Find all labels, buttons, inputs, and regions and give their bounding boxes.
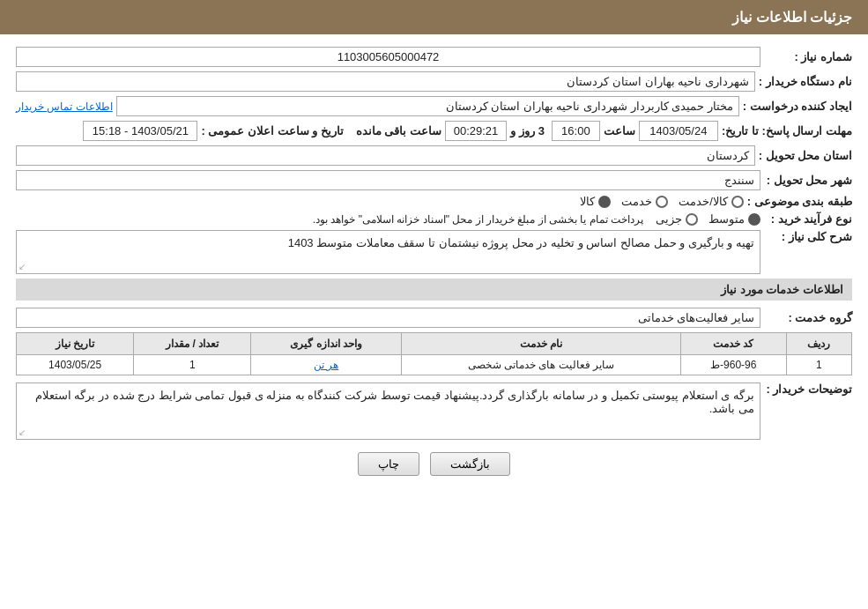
cell-vahed[interactable]: هر تن [251, 355, 402, 375]
col-nam: نام خدمت [401, 333, 680, 355]
shomare-niaz-value: 1103005605000472 [16, 47, 760, 67]
grooh-label: گروه خدمت : [764, 311, 852, 324]
radio-kala-khedmat-item: کالا/خدمت [679, 195, 744, 208]
col-tedad: تعداد / مقدار [134, 333, 251, 355]
radio-kala-item: کالا [580, 195, 611, 208]
mohlat-date: 1403/05/24 [639, 121, 718, 141]
info-section-title: اطلاعات خدمات مورد نیاز [16, 279, 852, 301]
col-kod: کد خدمت [680, 333, 786, 355]
row-grooh: گروه خدمت : سایر فعالیت‌های خدماتی [16, 308, 852, 328]
row-shahr: شهر محل تحویل : سنندج [16, 170, 852, 190]
print-button[interactable]: چاپ [358, 452, 419, 476]
ostan-label: استان محل تحویل : [759, 149, 852, 162]
radio-khedmat-label: خدمت [621, 195, 652, 208]
rooz-label: روز و [510, 124, 535, 137]
radio-khedmat-item: خدمت [621, 195, 668, 208]
cell-tedad: 1 [134, 355, 251, 375]
rooz-value: 3 [538, 124, 545, 137]
services-table: ردیف کد خدمت نام خدمت واحد اندازه گیری ت… [16, 332, 852, 375]
cell-kod: 960-96-ط [680, 355, 786, 375]
tabaghebandi-radios: کالا/خدمت خدمت کالا [580, 195, 744, 208]
sharh-label: شرح کلی نیاز : [764, 230, 852, 243]
radio-kala-khedmat-label: کالا/خدمت [679, 195, 728, 208]
header-bar: جزئیات اطلاعات نیاز [0, 0, 868, 34]
back-button[interactable]: بازگشت [430, 452, 510, 476]
ejad-konnande-value: مختار حمیدی کاربردار شهرداری ناحیه بهارا… [116, 96, 739, 116]
col-radif: ردیف [786, 333, 851, 355]
row-nam-dastgah: نام دستگاه خریدار : شهرداری ناحیه بهاران… [16, 71, 852, 92]
ostan-value: کردستان [16, 145, 755, 166]
tabaghebandi-label: طبقه بندی موضوعی : [747, 195, 852, 208]
baghimande-value: 00:29:21 [445, 121, 507, 141]
saat-value: 16:00 [552, 121, 600, 141]
row-noe-farayand: نوع فرآیند خرید : متوسط جزیی پرداخت تمام… [16, 212, 852, 226]
nam-dastgah-value: شهرداری ناحیه بهاران استان کردستان [16, 71, 755, 92]
radio-motevasset-dot [748, 213, 760, 226]
noe-farayand-label: نوع فرآیند خرید : [764, 212, 852, 226]
row-sharh: شرح کلی نیاز : تهیه و بارگیری و حمل مصال… [16, 230, 852, 274]
radio-kala-dot [598, 196, 611, 208]
content-area: شماره نیاز : 1103005605000472 نام دستگاه… [0, 34, 868, 497]
row-shomare-niaz: شماره نیاز : 1103005605000472 [16, 47, 852, 67]
shomare-niaz-label: شماره نیاز : [764, 50, 852, 63]
row-ostan: استان محل تحویل : کردستان [16, 145, 852, 166]
radio-jozi-label: جزیی [656, 212, 682, 226]
page-wrapper: جزئیات اطلاعات نیاز شماره نیاز : 1103005… [0, 0, 868, 609]
col-vahed: واحد اندازه گیری [251, 333, 402, 355]
shahr-label: شهر محل تحویل : [764, 174, 852, 187]
tosih-value: برگه ی استعلام پیوستی تکمیل و در سامانه … [22, 389, 754, 415]
radio-motevasset-label: متوسط [708, 212, 745, 226]
etelaattamas-link[interactable]: اطلاعات تماس خریدار [16, 100, 113, 113]
nam-dastgah-label: نام دستگاه خریدار : [759, 75, 852, 88]
radio-jozi-item: جزیی [656, 212, 698, 226]
cell-nam: سایر فعالیت های خدماتی شخصی [401, 355, 680, 375]
grooh-value: سایر فعالیت‌های خدماتی [16, 308, 760, 328]
radio-kala-khedmat-dot [731, 196, 744, 208]
shahr-value: سنندج [16, 170, 760, 190]
saat-label: ساعت [604, 124, 635, 137]
radio-khedmat-dot [656, 196, 668, 208]
sharh-value: تهیه و بارگیری و حمل مصالح اساس و تخلیه … [22, 236, 754, 249]
cell-tarikh: 1403/05/25 [17, 355, 134, 375]
col-tarikh: تاریخ نیاز [17, 333, 134, 355]
tarikh-ilan-label: تاریخ و ساعت اعلان عمومی : [201, 124, 343, 137]
table-row: 1 960-96-ط سایر فعالیت های خدماتی شخصی ه… [17, 355, 852, 375]
mohlat-label: مهلت ارسال پاسخ: تا تاریخ: [722, 124, 852, 137]
cell-radif: 1 [786, 355, 851, 375]
row-ejad-konnande: ایجاد کننده درخواست : مختار حمیدی کاربرد… [16, 96, 852, 116]
row-tosih: توضیحات خریدار : برگه ی استعلام پیوستی ت… [16, 382, 852, 440]
row-mohlat: مهلت ارسال پاسخ: تا تاریخ: 1403/05/24 سا… [16, 121, 852, 141]
radio-motevasset-item: متوسط [708, 212, 760, 226]
baghimande-label: ساعت باقی مانده [356, 124, 441, 137]
header-title: جزئیات اطلاعات نیاز [732, 10, 852, 25]
tosih-label: توضیحات خریدار : [764, 382, 852, 396]
row-tabaghebandi: طبقه بندی موضوعی : کالا/خدمت خدمت کالا [16, 195, 852, 208]
radio-kala-label: کالا [580, 195, 595, 208]
farayand-radios: متوسط جزیی [656, 212, 760, 226]
radio-jozi-dot [686, 213, 698, 226]
tarikh-ilan-value: 1403/05/21 - 15:18 [83, 121, 197, 141]
btn-row: بازگشت چاپ [16, 452, 852, 476]
farayand-note: پرداخت تمام یا بخشی از مبلغ خریدار از مح… [313, 213, 643, 226]
ejad-konnande-label: ایجاد کننده درخواست : [743, 100, 852, 113]
